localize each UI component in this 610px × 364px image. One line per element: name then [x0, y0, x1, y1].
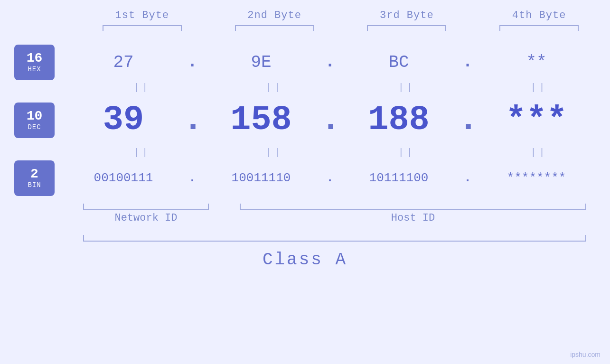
bin-value-3: 10111100 [369, 171, 429, 185]
top-bracket-row [14, 25, 596, 34]
equals-row-2: || || || || [14, 147, 596, 158]
top-bracket-3 [350, 25, 464, 34]
dec-dot-2: . [320, 103, 339, 137]
hex-dot-3: . [458, 54, 477, 71]
hex-value-4: ** [526, 53, 546, 72]
hex-b3: BC [339, 53, 458, 72]
hex-value-2: 9E [251, 53, 271, 72]
hex-cells: 27 . 9E . BC . ** [64, 53, 596, 72]
bin-cells: 00100111 . 10011110 . 10111100 . *******… [64, 171, 596, 185]
eq2-b1: || [85, 147, 199, 158]
byte1-header: 1st Byte [85, 9, 199, 21]
eq2-b3: || [350, 147, 464, 158]
equals-row-1: || || || || [14, 82, 596, 93]
dec-b1: 39 [64, 101, 183, 140]
network-id-label: Network ID [83, 212, 209, 224]
dec-dot-1: . [183, 103, 202, 137]
byte2-header: 2nd Byte [218, 9, 331, 21]
bin-badge: 2 BIN [14, 160, 55, 196]
top-bracket-1 [85, 25, 199, 34]
bin-value-4: ******** [507, 171, 566, 185]
hex-badge-number: 16 [27, 51, 43, 66]
dec-value-4: *** [506, 101, 567, 140]
byte4-header: 4th Byte [482, 9, 596, 21]
bin-b4: ******** [477, 171, 596, 185]
bin-value-1: 00100111 [94, 171, 153, 185]
dec-b4: *** [477, 101, 596, 140]
class-row: Class A [14, 250, 596, 270]
hex-badge-label: HEX [28, 65, 41, 73]
host-bracket [240, 202, 586, 210]
overall-bracket [83, 241, 586, 242]
dec-value-3: 188 [368, 101, 430, 140]
hex-badge: 16 HEX [14, 45, 55, 80]
bin-dot-3: . [458, 172, 477, 184]
hex-b2: 9E [202, 53, 320, 72]
bin-dot-2: . [320, 172, 339, 184]
eq1-b2: || [218, 82, 331, 93]
host-id-label: Host ID [240, 212, 586, 224]
byte-headers-row: 1st Byte 2nd Byte 3rd Byte 4th Byte [14, 9, 596, 21]
bin-badge-number: 2 [30, 167, 38, 182]
dec-row: 10 DEC 39 . 158 . 188 . *** [14, 94, 596, 146]
bin-b3: 10111100 [339, 171, 458, 185]
hex-b4: ** [477, 53, 596, 72]
eq1-b1: || [85, 82, 199, 93]
dec-b2: 158 [202, 101, 320, 140]
eq1-b4: || [482, 82, 596, 93]
bin-dot-1: . [183, 172, 202, 184]
watermark: ipshu.com [570, 351, 601, 358]
class-label: Class A [263, 250, 347, 270]
bin-row: 2 BIN 00100111 . 10011110 . 10111100 . *… [14, 159, 596, 197]
network-bracket [83, 202, 209, 210]
bin-badge-label: BIN [28, 181, 41, 189]
top-bracket-2 [218, 25, 331, 34]
dec-dot-3: . [458, 103, 477, 137]
main-container: 1st Byte 2nd Byte 3rd Byte 4th Byte 16 H… [0, 0, 610, 364]
eq2-b4: || [482, 147, 596, 158]
eq1-b3: || [350, 82, 464, 93]
dec-badge-label: DEC [28, 123, 41, 131]
dec-value-1: 39 [103, 101, 144, 140]
dec-badge-number: 10 [27, 109, 43, 124]
bin-value-2: 10011110 [232, 171, 291, 185]
bottom-brackets-area: Network ID Host ID [14, 202, 596, 230]
bin-b1: 00100111 [64, 171, 183, 185]
hex-row: 16 HEX 27 . 9E . BC . ** [14, 43, 596, 81]
hex-dot-1: . [183, 54, 202, 71]
byte3-header: 3rd Byte [350, 9, 464, 21]
dec-value-2: 158 [230, 101, 292, 140]
bin-b2: 10011110 [202, 171, 320, 185]
hex-dot-2: . [320, 54, 339, 71]
dec-badge: 10 DEC [14, 103, 55, 138]
eq2-b2: || [218, 147, 331, 158]
hex-b1: 27 [64, 53, 183, 72]
hex-value-3: BC [388, 53, 409, 72]
top-bracket-4 [482, 25, 596, 34]
dec-cells: 39 . 158 . 188 . *** [64, 101, 596, 140]
dec-b3: 188 [339, 101, 458, 140]
overall-bracket-row [14, 232, 596, 242]
hex-value-1: 27 [113, 53, 133, 72]
